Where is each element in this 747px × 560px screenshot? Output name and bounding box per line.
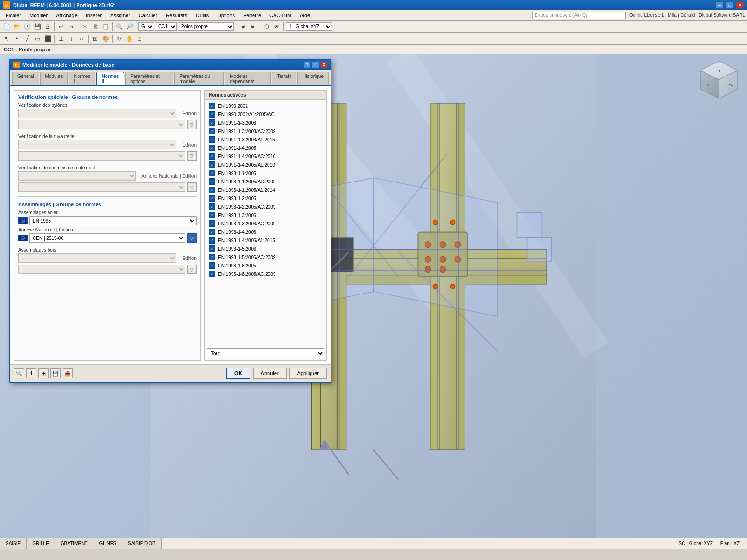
open-icon[interactable]: 📂 bbox=[12, 22, 21, 31]
status-grille[interactable]: GRILLE bbox=[27, 538, 55, 549]
menu-fenetre[interactable]: Fenêtre bbox=[240, 12, 265, 19]
norm-item-18[interactable]: ✓EN 1993-1-5:2006/AC:2009 bbox=[205, 253, 326, 261]
norm-item-12[interactable]: ✓EN 1993-1-2:2005/AC:2009 bbox=[205, 203, 326, 211]
norm-item-15[interactable]: ✓EN 1993-1-4:2006 bbox=[205, 228, 326, 236]
norm-item-10[interactable]: ✓EN 1993-1-1:2005/A1:2014 bbox=[205, 186, 326, 194]
norm-item-0[interactable]: ✓EN 1990:2002 bbox=[205, 102, 326, 110]
line-icon[interactable]: ╱ bbox=[22, 34, 32, 43]
norm-item-2[interactable]: ✓EN 1991-1-3:2003 bbox=[205, 119, 326, 127]
select-icon[interactable]: ↖ bbox=[2, 34, 11, 43]
menu-options[interactable]: Options bbox=[213, 12, 239, 19]
pylones-select[interactable] bbox=[18, 109, 176, 118]
acier-select[interactable]: EN 1993 bbox=[29, 216, 197, 225]
menu-modifier[interactable]: Modifier bbox=[26, 12, 51, 19]
norm-item-7[interactable]: ✓EN 1991-1-4:2005/A1:2010 bbox=[205, 161, 326, 169]
minimize-button[interactable]: ─ bbox=[715, 1, 724, 9]
surface-icon[interactable]: ▭ bbox=[33, 34, 42, 43]
menu-assigner[interactable]: Assigner bbox=[106, 12, 134, 19]
status-saisie[interactable]: SAISIE bbox=[0, 538, 27, 549]
cube-navigator[interactable]: -Y -X +Z bbox=[696, 59, 742, 105]
zoom-fit-icon[interactable]: ⊡ bbox=[135, 34, 144, 43]
xyz-combo[interactable]: 1 - Global XYZ bbox=[286, 22, 332, 31]
load-icon[interactable]: ↓ bbox=[67, 34, 76, 43]
tuyauterie-select[interactable] bbox=[18, 140, 176, 149]
pylones-edition-select[interactable] bbox=[18, 120, 185, 129]
chemins-filter-button[interactable]: ▽ bbox=[187, 182, 197, 192]
solid-icon[interactable]: ⬛ bbox=[43, 34, 52, 43]
norm-checkbox-16[interactable]: ✓ bbox=[209, 237, 215, 244]
redo-icon[interactable]: ↪ bbox=[67, 22, 76, 31]
norm-checkbox-17[interactable]: ✓ bbox=[209, 245, 215, 252]
norm-checkbox-5[interactable]: ✓ bbox=[209, 145, 215, 151]
render-icon[interactable]: ⬡ bbox=[262, 22, 271, 31]
bois-edition-select[interactable] bbox=[18, 265, 185, 274]
tuyauterie-filter-button[interactable]: ▽ bbox=[187, 151, 197, 161]
norm-item-6[interactable]: ✓EN 1991-1-4:2005/AC:2010 bbox=[205, 152, 326, 161]
norm-item-3[interactable]: ✓EN 1991-1-3:2003/AC:2009 bbox=[205, 127, 326, 135]
nav-prev-icon[interactable]: ◄ bbox=[238, 22, 247, 31]
status-glines[interactable]: GLINES bbox=[93, 538, 122, 549]
window-controls[interactable]: ─ □ ✕ bbox=[715, 1, 744, 9]
norm-checkbox-10[interactable]: ✓ bbox=[209, 187, 215, 193]
norm-checkbox-4[interactable]: ✓ bbox=[209, 136, 215, 143]
acier-annexe-select[interactable]: CEN | 2015-06 bbox=[29, 233, 185, 243]
norm-checkbox-1[interactable]: ✓ bbox=[209, 111, 215, 118]
dim-icon[interactable]: ↔ bbox=[77, 34, 86, 43]
node-icon[interactable]: • bbox=[12, 34, 21, 43]
norm-checkbox-12[interactable]: ✓ bbox=[209, 203, 215, 210]
tab-parametres-options[interactable]: Paramètres et options bbox=[125, 72, 173, 85]
footer-save-icon[interactable]: 💾 bbox=[50, 368, 61, 378]
new-icon[interactable]: 📄 bbox=[2, 22, 11, 31]
bois-select[interactable] bbox=[18, 253, 176, 263]
tab-modules[interactable]: Modules bbox=[40, 72, 68, 85]
norm-item-17[interactable]: ✓EN 1993-1-5:2006 bbox=[205, 245, 326, 253]
tab-parametres-modele[interactable]: Paramètres du modèle bbox=[174, 72, 224, 85]
tab-historique[interactable]: Historique bbox=[297, 72, 329, 85]
norms-filter-select[interactable]: Tout bbox=[207, 348, 324, 358]
norm-item-13[interactable]: ✓EN 1993-1-3:2006 bbox=[205, 211, 326, 219]
norm-item-4[interactable]: ✓EN 1991-1-3:2003/A1:2015 bbox=[205, 135, 326, 144]
menu-outils[interactable]: Outils bbox=[192, 12, 212, 19]
norm-item-9[interactable]: ✓EN 1993-1-1:2005/AC:2009 bbox=[205, 177, 326, 186]
display-icon[interactable]: ⊞ bbox=[91, 34, 100, 43]
rotate-icon[interactable]: ↻ bbox=[114, 34, 124, 43]
tab-general[interactable]: Général bbox=[12, 72, 39, 85]
norm-checkbox-0[interactable]: ✓ bbox=[209, 103, 215, 109]
norm-item-1[interactable]: ✓EN 1990:2002/A1:2005/AC bbox=[205, 110, 326, 119]
bois-filter-button[interactable]: ▽ bbox=[187, 265, 197, 274]
poids-combo[interactable]: Poids propre bbox=[178, 22, 234, 31]
zoom-in-icon[interactable]: 🔍 bbox=[114, 22, 124, 31]
tab-modeles-dependants[interactable]: Modèles dépendants bbox=[225, 72, 271, 85]
menu-affichage[interactable]: Affichage bbox=[52, 12, 81, 19]
norm-checkbox-8[interactable]: ✓ bbox=[209, 170, 215, 176]
status-saisie-ob[interactable]: SAISIE D'OB bbox=[122, 538, 162, 549]
dialog-controls[interactable]: ? □ ✕ bbox=[303, 62, 328, 68]
norm-checkbox-3[interactable]: ✓ bbox=[209, 128, 215, 134]
undo-icon[interactable]: ↩ bbox=[56, 22, 66, 31]
norm-checkbox-19[interactable]: ✓ bbox=[209, 262, 215, 269]
norm-item-19[interactable]: ✓EN 1993-1-8:2005 bbox=[205, 261, 326, 270]
norm-checkbox-2[interactable]: ✓ bbox=[209, 119, 215, 126]
norm-checkbox-6[interactable]: ✓ bbox=[209, 153, 215, 160]
dialog-maximize-button[interactable]: □ bbox=[312, 62, 319, 68]
zoom-out-icon[interactable]: 🔎 bbox=[125, 22, 134, 31]
footer-grid-icon[interactable]: ⊞ bbox=[38, 368, 49, 378]
menu-resultats[interactable]: Résultats bbox=[162, 12, 191, 19]
tab-normes-i[interactable]: Normes I bbox=[69, 72, 95, 85]
tab-normes-ii[interactable]: Normes II bbox=[96, 72, 124, 85]
print-icon[interactable]: 🖨 bbox=[43, 22, 52, 31]
chemins-select[interactable] bbox=[18, 171, 136, 181]
view-icon[interactable]: 👁 bbox=[272, 22, 282, 31]
recent-icon[interactable]: 🕐 bbox=[22, 22, 32, 31]
cut-icon[interactable]: ✂ bbox=[80, 22, 90, 31]
menu-inserer[interactable]: Insérer bbox=[82, 12, 106, 19]
close-button[interactable]: ✕ bbox=[736, 1, 744, 9]
tab-terrain[interactable]: Terrain bbox=[272, 72, 296, 85]
copy-icon[interactable]: ⎘ bbox=[91, 22, 100, 31]
chemins-edition-select[interactable] bbox=[18, 182, 185, 192]
norm-item-20[interactable]: ✓EN 1993-1-8:2005/AC:2009 bbox=[205, 270, 326, 278]
norm-checkbox-15[interactable]: ✓ bbox=[209, 229, 215, 235]
tuyauterie-edition-select[interactable] bbox=[18, 151, 185, 161]
g-combo[interactable]: G bbox=[138, 22, 154, 31]
norm-item-5[interactable]: ✓EN 1991-1-4:2005 bbox=[205, 144, 326, 152]
